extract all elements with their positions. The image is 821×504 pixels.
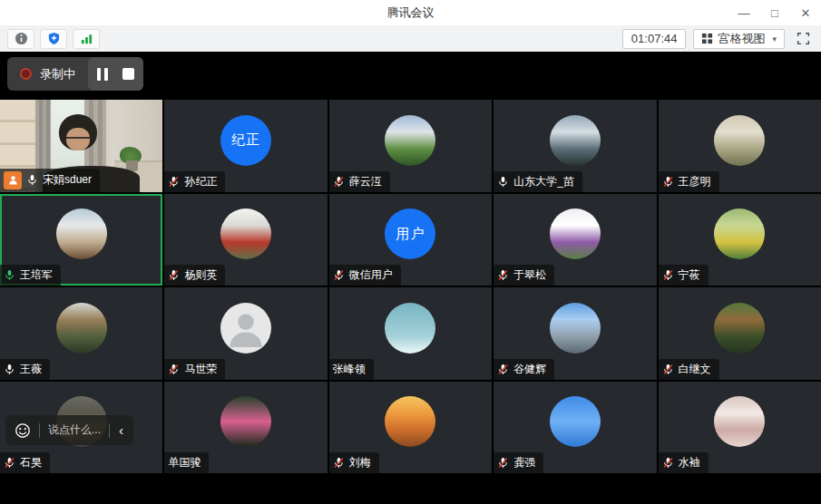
- participant-tile[interactable]: 宋娟sduer: [0, 100, 162, 192]
- network-signal-icon[interactable]: [73, 29, 100, 49]
- participant-name: 石昊: [20, 455, 42, 470]
- participant-name-bar: 水袖: [659, 452, 709, 473]
- participant-tile[interactable]: 薛云沍: [329, 100, 492, 192]
- participant-tile[interactable]: 用户 微信用户: [329, 194, 492, 286]
- recording-indicator-icon: [20, 68, 32, 80]
- mic-status-icon: [333, 176, 345, 188]
- mic-status-icon: [497, 176, 509, 188]
- participant-tile[interactable]: 杨则英: [164, 194, 327, 286]
- chat-input-placeholder[interactable]: 说点什么...: [48, 422, 101, 438]
- participant-tile[interactable]: 王培军: [0, 194, 162, 286]
- participant-name-bar: 张峰领: [329, 359, 374, 380]
- participant-tile[interactable]: 纪正 孙纪正: [164, 100, 327, 192]
- participant-tile[interactable]: 单国骏: [164, 382, 327, 474]
- emoji-icon[interactable]: [15, 422, 31, 439]
- mic-status-icon: [497, 269, 509, 281]
- window-controls: — □ ✕: [728, 0, 821, 25]
- participant-tile[interactable]: 山东大学_苗: [494, 100, 656, 192]
- participant-name: 杨则英: [184, 267, 217, 283]
- participant-tile[interactable]: 王薇: [0, 287, 162, 380]
- participant-name: 孙纪正: [184, 174, 217, 189]
- participant-avatar: [714, 303, 765, 354]
- avatar-initials: 用户: [396, 226, 425, 243]
- minimize-icon[interactable]: —: [728, 0, 759, 25]
- default-person-icon: [220, 303, 271, 354]
- participant-name-bar: 孙纪正: [164, 171, 225, 192]
- participant-avatar: [714, 115, 765, 166]
- recording-bar: 录制中: [7, 57, 143, 91]
- participant-tile[interactable]: 张峰领: [329, 287, 492, 380]
- participant-name: 宋娟sduer: [43, 172, 92, 188]
- participant-tile[interactable]: 刘梅: [329, 382, 492, 474]
- participant-tile[interactable]: 白继文: [659, 287, 821, 380]
- participant-tile[interactable]: 龚强: [494, 382, 656, 474]
- fullscreen-icon[interactable]: [792, 29, 814, 49]
- mic-status-icon: [4, 457, 15, 469]
- toolbar-right: 01:07:44 宫格视图 ▾: [622, 29, 814, 49]
- title-bar: 腾讯会议 — □ ✕: [0, 0, 821, 25]
- mic-status-icon: [168, 176, 180, 188]
- recording-controls: [88, 57, 143, 91]
- stop-recording-button[interactable]: [122, 68, 134, 80]
- chevron-down-icon: ▾: [772, 34, 777, 44]
- quick-chat-bar[interactable]: 说点什么... ‹: [5, 415, 133, 445]
- participant-avatar: [714, 208, 765, 259]
- participant-avatar: [220, 396, 271, 447]
- participant-name-bar: 马世荣: [164, 359, 225, 380]
- pause-recording-button[interactable]: [97, 68, 108, 81]
- recording-status: 录制中: [7, 57, 88, 91]
- view-switcher-button[interactable]: 宫格视图 ▾: [693, 29, 785, 49]
- participant-name-bar: 宁莜: [659, 265, 709, 286]
- collapse-chat-icon[interactable]: ‹: [118, 423, 124, 437]
- mic-status-icon: [662, 269, 674, 281]
- participant-avatar: [714, 396, 765, 447]
- participant-name-bar: 王彦明: [659, 171, 719, 192]
- mic-status-icon: [168, 363, 180, 375]
- participant-tile[interactable]: 石昊 说点什么... ‹: [0, 382, 162, 474]
- participant-name: 山东大学_苗: [513, 174, 574, 189]
- meeting-timer: 01:07:44: [622, 29, 687, 49]
- participant-name: 单国骏: [168, 455, 200, 470]
- participant-name-bar: 王培军: [0, 265, 61, 286]
- participant-name: 王薇: [20, 362, 42, 377]
- participant-avatar: [220, 208, 271, 259]
- mic-status-icon: [4, 269, 15, 281]
- participant-avatar: [550, 396, 601, 447]
- toolbar-left-icons: [7, 29, 100, 49]
- grid-view-icon: [701, 33, 713, 44]
- participant-name: 马世荣: [184, 362, 217, 377]
- participant-name-bar: 山东大学_苗: [494, 171, 582, 192]
- host-badge-icon: [4, 171, 22, 189]
- participant-name: 王彦明: [679, 174, 711, 189]
- mic-status-icon: [497, 363, 509, 375]
- mic-status-icon: [168, 269, 180, 281]
- participant-name-bar: 王薇: [0, 359, 50, 380]
- participant-name: 张峰领: [333, 362, 366, 377]
- participant-avatar: [385, 303, 435, 354]
- participant-tile[interactable]: 宁莜: [659, 194, 821, 286]
- avatar-initials: 纪正: [231, 131, 260, 149]
- participant-avatar: [550, 303, 601, 354]
- participant-tile[interactable]: 王彦明: [659, 100, 821, 192]
- participant-name: 白继文: [679, 362, 711, 377]
- mic-status-icon: [4, 363, 15, 375]
- meeting-window: 腾讯会议 — □ ✕ 01:07:44 宫格视图 ▾: [0, 0, 821, 504]
- meeting-info-icon[interactable]: [7, 29, 34, 49]
- participant-name: 水袖: [679, 455, 700, 470]
- participant-name-bar: 微信用户: [329, 265, 401, 286]
- participant-name: 微信用户: [349, 267, 393, 283]
- participant-name-bar: 谷健辉: [494, 359, 554, 380]
- participant-name: 宁莜: [679, 267, 700, 283]
- participant-tile[interactable]: 于翠松: [494, 194, 656, 286]
- close-icon[interactable]: ✕: [790, 0, 821, 25]
- participant-tile[interactable]: 马世荣: [164, 287, 327, 380]
- participant-tile[interactable]: 谷健辉: [494, 287, 656, 380]
- participant-tile[interactable]: 水袖: [659, 382, 821, 474]
- maximize-icon[interactable]: □: [759, 0, 790, 25]
- participant-avatar: 纪正: [220, 115, 271, 166]
- security-shield-icon[interactable]: [40, 29, 67, 49]
- participant-avatar: [56, 303, 107, 354]
- participant-grid: 宋娟sduer 纪正 孙纪正: [0, 100, 821, 473]
- view-switcher-label: 宫格视图: [718, 31, 765, 47]
- mic-status-icon: [333, 457, 345, 469]
